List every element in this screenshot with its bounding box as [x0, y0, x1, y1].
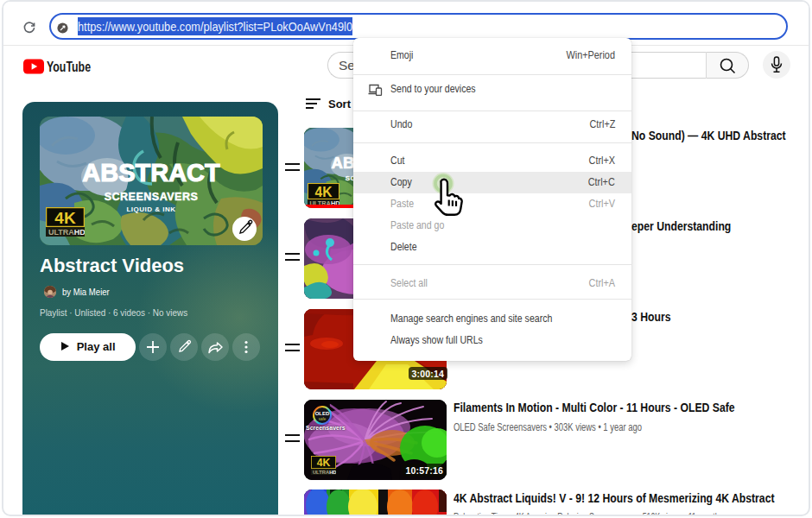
svg-text:OLED: OLED	[315, 411, 330, 416]
svg-text:safe: safe	[319, 417, 327, 421]
svg-text:YouTube: YouTube	[47, 60, 91, 74]
